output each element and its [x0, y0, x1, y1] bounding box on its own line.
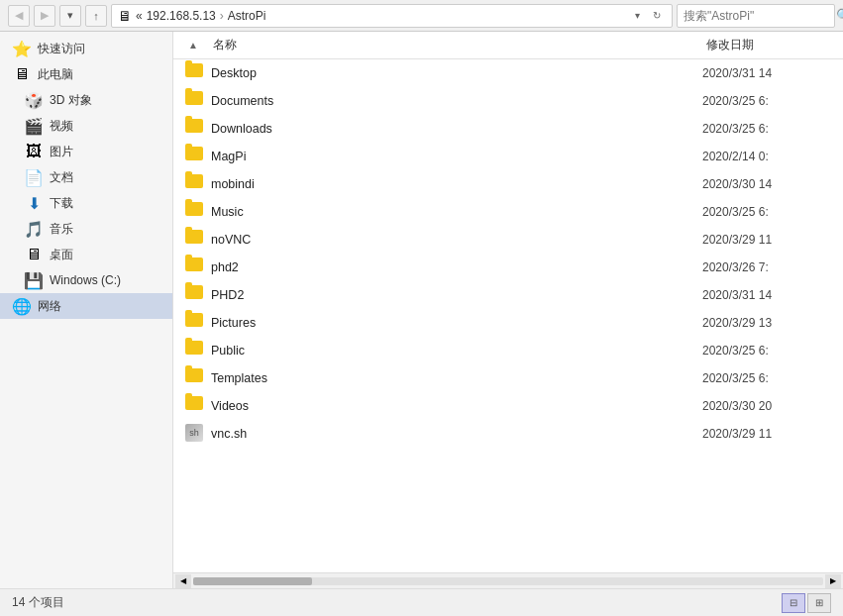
computer-icon: 🖥 — [12, 65, 32, 83]
star-icon: ⭐ — [12, 40, 32, 58]
statusbar: 14 个项目 ⊟ ⊞ — [0, 588, 843, 616]
file-date: 2020/3/25 6: — [702, 122, 831, 136]
address-dropdown: ▾ ↻ — [628, 7, 666, 25]
table-row[interactable]: MagPi 2020/2/14 0: — [173, 143, 843, 170]
file-name: mobindi — [211, 177, 702, 191]
address-expand-button[interactable]: ▾ — [628, 7, 646, 25]
music-icon: 🎵 — [24, 220, 44, 239]
sidebar-item-downloads[interactable]: ⬇ 下载 — [0, 190, 172, 216]
table-row[interactable]: Videos 2020/3/30 20 — [173, 392, 843, 420]
sidebar-item-videos[interactable]: 🎬 视频 — [0, 113, 172, 139]
sidebar-label-quick-access: 快速访问 — [38, 41, 85, 57]
address-refresh-button[interactable]: ↻ — [648, 7, 666, 25]
desktop-icon: 🖥 — [24, 246, 44, 263]
file-name: Desktop — [211, 66, 702, 80]
sidebar-item-network[interactable]: 🌐 网络 — [0, 293, 172, 319]
address-part1: « — [136, 9, 143, 23]
collapse-button[interactable]: ▲ — [185, 38, 201, 53]
hscroll-left-button[interactable]: ◀ — [175, 574, 191, 588]
sidebar-label-desktop: 桌面 — [50, 247, 73, 263]
table-row[interactable]: Pictures 2020/3/29 13 — [173, 309, 843, 337]
file-name: noVNC — [211, 233, 702, 247]
table-row[interactable]: Music 2020/3/25 6: — [173, 198, 843, 226]
folder-icon — [185, 257, 205, 277]
sidebar-item-music[interactable]: 🎵 音乐 — [0, 216, 172, 242]
search-bar[interactable]: 🔍 — [677, 4, 835, 28]
table-row[interactable]: mobindi 2020/3/30 14 — [173, 170, 843, 198]
sidebar-item-windows-c[interactable]: 💾 Windows (C:) — [0, 267, 172, 293]
forward-button[interactable]: ▶ — [34, 5, 55, 27]
sidebar-item-3d-objects[interactable]: 🎲 3D 对象 — [0, 87, 172, 113]
folder-icon — [185, 202, 205, 222]
sidebar-item-this-pc[interactable]: 🖥 此电脑 — [0, 61, 172, 87]
file-date: 2020/3/30 14 — [702, 177, 831, 191]
file-date: 2020/3/31 14 — [702, 66, 831, 80]
status-count: 14 个项目 — [12, 594, 782, 611]
table-row[interactable]: Templates 2020/3/25 6: — [173, 364, 843, 392]
file-date: 2020/3/25 6: — [702, 205, 831, 219]
view-list-button[interactable]: ⊟ — [782, 593, 805, 613]
address-text: « 192.168.5.13 › AstroPi — [136, 9, 265, 23]
hscroll-track[interactable] — [193, 577, 823, 585]
address-bar[interactable]: 🖥 « 192.168.5.13 › AstroPi ▾ ↻ — [111, 4, 673, 28]
folder-icon — [185, 313, 205, 333]
sidebar-label-network: 网络 — [38, 298, 61, 315]
sidebar-item-documents[interactable]: 📄 文档 — [0, 164, 172, 190]
table-row[interactable]: PHD2 2020/3/31 14 — [173, 281, 843, 309]
view-detail-button[interactable]: ⊞ — [807, 593, 831, 613]
column-name[interactable]: 名称 — [209, 35, 702, 55]
sidebar-label-downloads: 下载 — [50, 195, 73, 212]
table-row[interactable]: noVNC 2020/3/29 11 — [173, 226, 843, 254]
list-view-icon: ⊟ — [790, 597, 797, 608]
picture-icon: 🖼 — [24, 143, 44, 160]
column-headers: ▲ 名称 修改日期 — [173, 32, 843, 59]
sidebar-label-pictures: 图片 — [50, 144, 73, 160]
detail-view-icon: ⊞ — [815, 597, 823, 608]
address-host: 192.168.5.13 — [147, 9, 216, 23]
file-name: Pictures — [211, 316, 702, 330]
table-row[interactable]: phd2 2020/3/26 7: — [173, 254, 843, 281]
recent-button[interactable]: ▾ — [59, 5, 81, 27]
address-separator: › — [220, 9, 224, 23]
folder-icon — [185, 174, 205, 194]
folder-icon — [185, 341, 205, 360]
file-date: 2020/3/31 14 — [702, 288, 831, 302]
sidebar-item-quick-access[interactable]: ⭐ 快速访问 — [0, 36, 172, 61]
sh-file-icon: sh — [185, 424, 203, 442]
folder-icon — [185, 119, 205, 139]
folder-icon — [185, 285, 205, 305]
table-row[interactable]: sh vnc.sh 2020/3/29 11 — [173, 420, 843, 448]
hscroll-right-button[interactable]: ▶ — [825, 574, 841, 588]
sidebar-label-windows-c: Windows (C:) — [50, 273, 121, 287]
hscroll-thumb[interactable] — [193, 577, 312, 585]
folder-icon — [185, 91, 205, 111]
document-icon: 📄 — [24, 168, 44, 187]
file-date: 2020/3/25 6: — [702, 94, 831, 108]
sidebar-label-3d: 3D 对象 — [50, 92, 92, 109]
table-row[interactable]: Desktop 2020/3/31 14 — [173, 59, 843, 87]
sidebar-item-desktop[interactable]: 🖥 桌面 — [0, 242, 172, 267]
file-date: 2020/3/29 11 — [702, 233, 831, 247]
sidebar-label-this-pc: 此电脑 — [38, 66, 73, 83]
column-modified[interactable]: 修改日期 — [702, 35, 831, 55]
file-name: phd2 — [211, 260, 702, 274]
sidebar-label-videos: 视频 — [50, 118, 73, 135]
folder-icon — [185, 63, 205, 83]
folder-icon — [185, 368, 205, 388]
up-button[interactable]: ↑ — [85, 5, 107, 27]
back-button[interactable]: ◀ — [8, 5, 30, 27]
file-name: Templates — [211, 371, 702, 385]
view-buttons: ⊟ ⊞ — [782, 593, 831, 613]
sidebar: ⭐ 快速访问 🖥 此电脑 🎲 3D 对象 🎬 视频 🖼 图片 📄 文档 ⬇ 下载 — [0, 32, 173, 588]
search-input[interactable] — [684, 9, 832, 23]
file-date: 2020/3/26 7: — [702, 260, 831, 274]
file-name: vnc.sh — [211, 427, 702, 441]
table-row[interactable]: Public 2020/3/25 6: — [173, 337, 843, 364]
drive-icon: 💾 — [24, 271, 44, 290]
file-name: Downloads — [211, 122, 702, 136]
file-date: 2020/3/29 13 — [702, 316, 831, 330]
table-row[interactable]: Documents 2020/3/25 6: — [173, 87, 843, 115]
folder-icon — [185, 147, 205, 166]
table-row[interactable]: Downloads 2020/3/25 6: — [173, 115, 843, 143]
sidebar-item-pictures[interactable]: 🖼 图片 — [0, 139, 172, 164]
